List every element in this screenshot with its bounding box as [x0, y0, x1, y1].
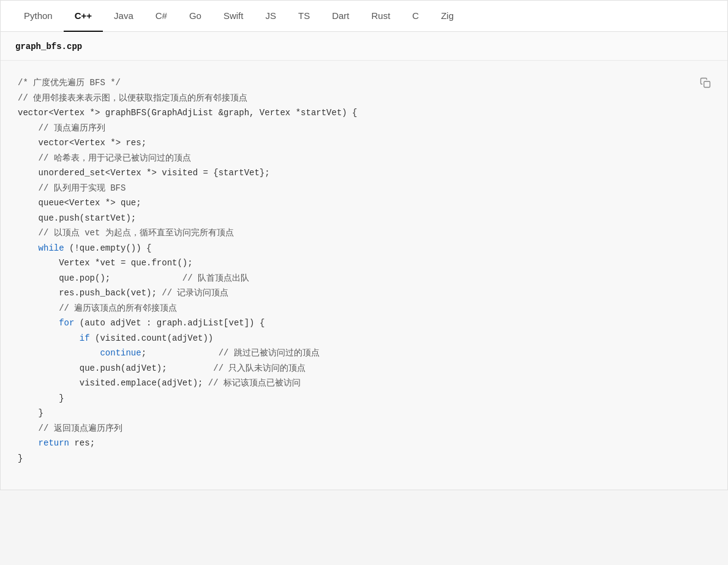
tab-cpp[interactable]: C++ — [64, 1, 103, 32]
copy-icon — [700, 77, 711, 88]
tab-python[interactable]: Python — [13, 1, 64, 32]
code-content: /* 广度优先遍历 BFS */ // 使用邻接表来表示图，以便获取指定顶点的所… — [18, 75, 710, 466]
tab-dart[interactable]: Dart — [321, 1, 360, 32]
tab-zig[interactable]: Zig — [430, 1, 465, 32]
tab-swift[interactable]: Swift — [212, 1, 255, 32]
tab-csharp[interactable]: C# — [144, 1, 178, 32]
filename-bar: graph_bfs.cpp — [1, 32, 727, 61]
tab-bar: Python C++ Java C# Go Swift JS TS Dart R… — [1, 1, 727, 32]
code-block: /* 广度优先遍历 BFS */ // 使用邻接表来表示图，以便获取指定顶点的所… — [1, 61, 727, 490]
svg-rect-0 — [704, 82, 710, 88]
tab-go[interactable]: Go — [178, 1, 212, 32]
copy-button[interactable] — [696, 73, 715, 93]
tab-js[interactable]: JS — [254, 1, 287, 32]
filename-label: graph_bfs.cpp — [15, 42, 82, 51]
tab-c[interactable]: C — [401, 1, 430, 32]
tab-ts[interactable]: TS — [287, 1, 321, 32]
main-container: Python C++ Java C# Go Swift JS TS Dart R… — [0, 0, 728, 490]
tab-java[interactable]: Java — [103, 1, 144, 32]
tab-rust[interactable]: Rust — [361, 1, 402, 32]
